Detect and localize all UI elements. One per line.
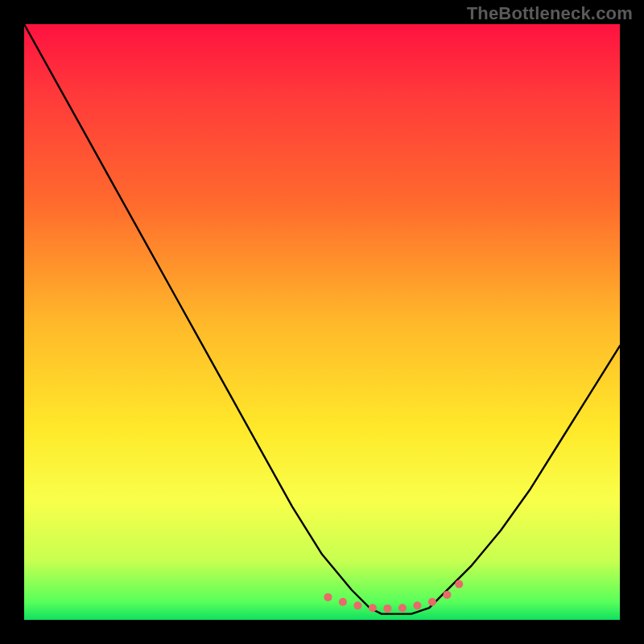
highlight-dot [413, 601, 421, 609]
highlight-dot [443, 591, 451, 599]
highlight-dot [428, 598, 436, 606]
plot-area [24, 24, 620, 620]
bottleneck-curve [24, 24, 620, 614]
highlight-dot [455, 580, 463, 588]
highlight-dot [383, 605, 391, 613]
highlight-dot [369, 604, 377, 612]
highlight-dot [324, 593, 332, 601]
watermark-text: TheBottleneck.com [467, 3, 633, 24]
highlight-dot [398, 604, 407, 612]
chart-frame: TheBottleneck.com [0, 0, 644, 644]
highlight-dot [353, 601, 361, 609]
highlight-dot [339, 598, 347, 606]
curve-svg [24, 24, 620, 620]
